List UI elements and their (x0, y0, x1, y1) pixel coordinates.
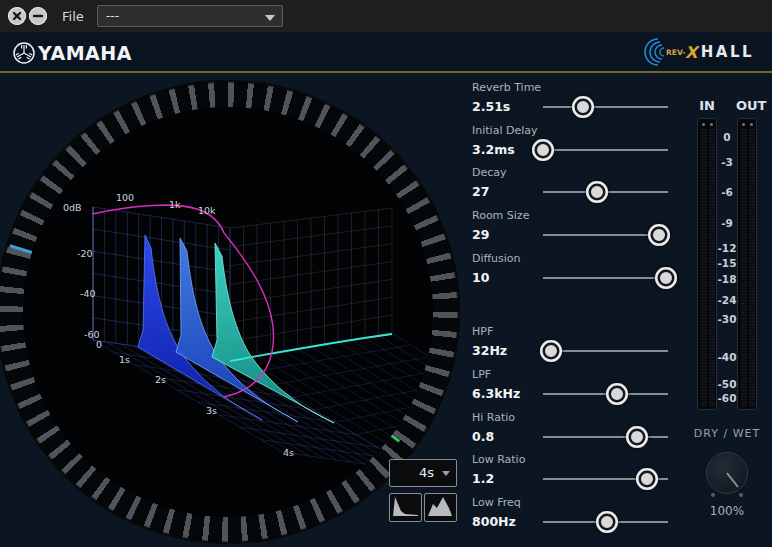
time-axis-tick: 0 (96, 339, 102, 350)
drywet-value: 100% (687, 504, 767, 518)
slider-reverb-time: Reverb Time2.51s (472, 81, 672, 118)
preset-value: --- (106, 9, 119, 23)
clip-indicator (750, 123, 753, 126)
brand-name: YAMAHA (38, 42, 132, 64)
meter-scale-tick: 0 (709, 131, 745, 143)
slider-knob[interactable] (540, 340, 562, 362)
dropdown-arrow-icon (265, 15, 275, 21)
slider-knob[interactable] (655, 267, 677, 289)
slider-low-freq: Low Freq800Hz (472, 496, 672, 533)
header-bar: YAMAHA REV- X HALL (0, 32, 772, 73)
slider-label: Low Ratio (472, 453, 672, 466)
waterfall-plot: 0dB-20-40-601001k10k01s2s3s4s (23, 107, 433, 517)
slider-knob[interactable] (636, 468, 658, 490)
input-meter-label: IN (696, 98, 718, 113)
meter-scale-tick: -60 (709, 392, 745, 404)
drywet-label: DRY / WET (687, 427, 767, 440)
slider-value: 10 (472, 270, 489, 285)
waveform-decay-icon (391, 494, 420, 519)
db-axis-tick: -20 (77, 248, 93, 259)
knob-min-dot (711, 493, 715, 497)
slider-track[interactable] (543, 277, 668, 279)
slider-label: Hi Ratio (472, 411, 672, 424)
time-range-dropdown[interactable]: 4s (389, 459, 457, 487)
minimize-button[interactable] (29, 7, 47, 25)
time-axis-tick: 1s (119, 354, 130, 365)
revx-logo-icon: REV- X (644, 36, 704, 68)
slider-track[interactable] (543, 149, 668, 151)
brand: YAMAHA (12, 41, 132, 65)
knob-max-dot (739, 493, 743, 497)
slider-hpf: HPF32Hz (472, 325, 672, 362)
slider-label: Initial Delay (472, 124, 672, 137)
meter-scale-tick: -12 (709, 242, 745, 254)
peaks-view-button[interactable] (424, 493, 457, 522)
slider-label: Diffusion (472, 252, 672, 265)
slider-knob[interactable] (606, 383, 628, 405)
meter-scale-tick: -40 (709, 351, 745, 363)
slider-label: Room Size (472, 209, 672, 222)
freq-axis-tick: 10k (198, 205, 216, 216)
slider-knob[interactable] (648, 224, 670, 246)
meter-channel (701, 129, 707, 406)
slider-label: Low Freq (472, 496, 672, 509)
meter-channel (749, 129, 755, 406)
slider-track[interactable] (543, 350, 668, 352)
slider-track[interactable] (543, 106, 668, 108)
yamaha-logo-icon (12, 41, 36, 65)
slider-initial-delay: Initial Delay3.2ms (472, 124, 672, 161)
slider-lpf: LPF6.3kHz (472, 368, 672, 405)
slider-value: 1.2 (472, 471, 494, 486)
meter-scale-tick: -50 (709, 378, 745, 390)
slider-value: 6.3kHz (472, 386, 520, 401)
slider-knob[interactable] (572, 96, 594, 118)
minimize-icon (29, 7, 47, 25)
meter-scale-tick: -30 (709, 313, 745, 325)
slider-label: LPF (472, 368, 672, 381)
slider-value: 32Hz (472, 343, 507, 358)
freq-axis-tick: 1k (169, 199, 181, 210)
slider-value: 0.8 (472, 429, 494, 444)
slider-value: 3.2ms (472, 142, 515, 157)
slider-knob[interactable] (532, 139, 554, 161)
slider-value: 29 (472, 227, 489, 242)
dropdown-arrow-icon (442, 471, 450, 476)
slider-hi-ratio: Hi Ratio0.8 (472, 411, 672, 448)
slider-label: Reverb Time (472, 81, 672, 94)
meter-scale-tick: -24 (709, 294, 745, 306)
time-axis-tick: 3s (206, 405, 217, 416)
time-axis-tick: 2s (155, 374, 166, 385)
clip-indicator (710, 123, 713, 126)
slider-value: 800Hz (472, 514, 516, 529)
file-menu[interactable]: File (62, 9, 84, 24)
revx-logo-x: X (685, 43, 700, 62)
output-meter-label: OUT (736, 98, 758, 113)
meter-scale-tick: -6 (709, 186, 745, 198)
slider-knob[interactable] (586, 181, 608, 203)
time-axis-tick: 4s (283, 447, 294, 458)
meter-scale-tick: -9 (709, 217, 745, 229)
slider-label: Decay (472, 166, 672, 179)
slider-knob[interactable] (596, 511, 618, 533)
drywet-knob[interactable] (706, 452, 748, 494)
slider-decay: Decay27 (472, 166, 672, 203)
waterfall-display: 0dB-20-40-601001k10k01s2s3s4s (23, 107, 433, 517)
clip-indicator (742, 123, 745, 126)
meter-scale-tick: -15 (709, 257, 745, 269)
program-name: HALL (701, 43, 754, 61)
clip-indicator (702, 123, 705, 126)
preset-dropdown[interactable]: --- (97, 5, 283, 27)
slider-room-size: Room Size29 (472, 209, 672, 246)
slider-track[interactable] (543, 436, 668, 438)
waveform-peaks-icon (426, 494, 455, 519)
revx-plugin-window: File --- YAMAHA (0, 0, 772, 547)
slider-value: 27 (472, 184, 489, 199)
slider-low-ratio: Low Ratio1.2 (472, 453, 672, 490)
decay-view-button[interactable] (389, 493, 422, 522)
titlebar: File --- (0, 0, 772, 32)
close-button[interactable] (8, 7, 26, 25)
slider-diffusion: Diffusion10 (472, 252, 672, 289)
knob-pointer (707, 453, 747, 493)
slider-knob[interactable] (626, 426, 648, 448)
time-range-value: 4s (419, 465, 434, 480)
